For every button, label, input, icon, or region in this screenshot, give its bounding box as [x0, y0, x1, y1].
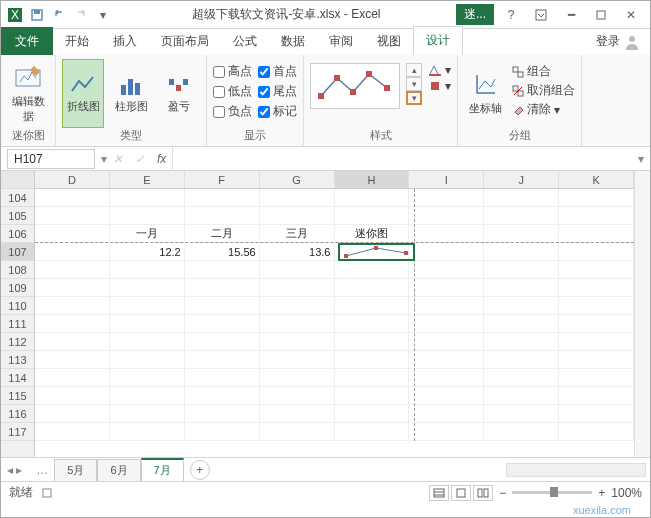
svg-rect-8: [121, 85, 126, 95]
row-header[interactable]: 115: [1, 387, 34, 405]
last-point-check[interactable]: 尾点: [258, 83, 297, 100]
macro-record-icon[interactable]: [41, 487, 53, 499]
row-header[interactable]: 117: [1, 423, 34, 441]
style-down-icon[interactable]: ▾: [406, 77, 422, 91]
sheet-tab-bar: ◂ ▸ … 5月 6月 7月 +: [1, 457, 650, 481]
excel-icon[interactable]: X: [5, 5, 25, 25]
tab-formula[interactable]: 公式: [221, 27, 269, 55]
cancel-icon[interactable]: ✕: [107, 152, 129, 166]
marker-check[interactable]: 标记: [258, 103, 297, 120]
tab-data[interactable]: 数据: [269, 27, 317, 55]
group-button[interactable]: 组合: [512, 63, 575, 80]
cells-area[interactable]: 一月二月三月迷你图 12.215.5613.6: [35, 189, 634, 441]
row-header[interactable]: 110: [1, 297, 34, 315]
marker-color-button[interactable]: ▾: [428, 79, 451, 93]
col-header[interactable]: I: [409, 171, 484, 188]
svg-rect-26: [344, 254, 348, 258]
row-header[interactable]: 106: [1, 225, 34, 243]
column-chart-icon: [117, 73, 145, 97]
sheet-tab[interactable]: 6月: [97, 459, 140, 481]
sheet-tab[interactable]: 5月: [54, 459, 97, 481]
row-header[interactable]: 114: [1, 369, 34, 387]
sheet-nav[interactable]: ◂ ▸: [7, 463, 30, 477]
help-icon[interactable]: ?: [498, 5, 524, 25]
zoom-slider[interactable]: [512, 491, 592, 494]
login-button[interactable]: 登录: [586, 28, 650, 55]
zoom-in-icon[interactable]: +: [598, 486, 605, 500]
redo-icon[interactable]: [71, 5, 91, 25]
qat-dropdown-icon[interactable]: ▾: [93, 5, 113, 25]
maximize-icon[interactable]: [588, 5, 614, 25]
sheet-more-icon[interactable]: …: [30, 463, 54, 477]
cell[interactable]: 一月: [110, 225, 185, 242]
tab-file[interactable]: 文件: [1, 27, 53, 55]
tab-layout[interactable]: 页面布局: [149, 27, 221, 55]
col-header[interactable]: E: [110, 171, 185, 188]
col-header[interactable]: J: [484, 171, 559, 188]
column-type-button[interactable]: 柱形图: [110, 59, 152, 128]
sheet-tab[interactable]: 7月: [141, 458, 184, 481]
expand-formula-icon[interactable]: ▾: [632, 152, 650, 166]
tab-review[interactable]: 审阅: [317, 27, 365, 55]
page-break-view-icon[interactable]: [473, 485, 493, 501]
cell[interactable]: 二月: [185, 225, 260, 242]
low-point-check[interactable]: 低点: [213, 83, 252, 100]
winloss-type-button[interactable]: 盈亏: [158, 59, 200, 128]
vertical-scrollbar[interactable]: [634, 171, 650, 457]
add-sheet-button[interactable]: +: [190, 460, 210, 480]
sparkline-color-button[interactable]: ▾: [428, 63, 451, 77]
enter-icon[interactable]: ✓: [129, 152, 151, 166]
axis-icon: [471, 71, 499, 99]
axis-button[interactable]: 坐标轴: [464, 59, 506, 128]
first-point-check[interactable]: 首点: [258, 63, 297, 80]
fx-icon[interactable]: fx: [151, 152, 172, 166]
cell[interactable]: 15.56: [185, 243, 260, 260]
cell[interactable]: 迷你图: [335, 225, 410, 242]
name-box[interactable]: H107: [7, 149, 95, 169]
tab-design[interactable]: 设计: [413, 26, 463, 55]
style-more-icon[interactable]: ▾: [406, 91, 422, 105]
high-point-check[interactable]: 高点: [213, 63, 252, 80]
col-header[interactable]: G: [260, 171, 335, 188]
save-icon[interactable]: [27, 5, 47, 25]
row-header[interactable]: 104: [1, 189, 34, 207]
col-header[interactable]: K: [559, 171, 634, 188]
horizontal-scrollbar[interactable]: [506, 463, 646, 477]
undo-icon[interactable]: [49, 5, 69, 25]
cell[interactable]: 12.2: [110, 243, 185, 260]
clear-button[interactable]: 清除▾: [512, 101, 575, 118]
tab-view[interactable]: 视图: [365, 27, 413, 55]
col-header[interactable]: D: [35, 171, 110, 188]
row-header[interactable]: 108: [1, 261, 34, 279]
ribbon-options-icon[interactable]: [528, 5, 554, 25]
ungroup-icon: [512, 85, 524, 97]
ungroup-button[interactable]: 取消组合: [512, 82, 575, 99]
row-header[interactable]: 109: [1, 279, 34, 297]
neg-point-check[interactable]: 负点: [213, 103, 252, 120]
tab-insert[interactable]: 插入: [101, 27, 149, 55]
row-header[interactable]: 105: [1, 207, 34, 225]
edit-data-button[interactable]: 编辑数据: [7, 59, 49, 128]
row-header[interactable]: 113: [1, 351, 34, 369]
zoom-level[interactable]: 100%: [611, 486, 642, 500]
select-all[interactable]: [1, 171, 34, 189]
minimize-icon[interactable]: ━: [558, 5, 584, 25]
normal-view-icon[interactable]: [429, 485, 449, 501]
row-header[interactable]: 111: [1, 315, 34, 333]
col-header[interactable]: H: [335, 171, 410, 188]
close-icon[interactable]: ✕: [618, 5, 644, 25]
svg-rect-35: [484, 489, 488, 497]
style-up-icon[interactable]: ▴: [406, 63, 422, 77]
zoom-out-icon[interactable]: −: [499, 486, 506, 500]
col-header[interactable]: F: [185, 171, 260, 188]
formula-bar[interactable]: [172, 147, 632, 170]
style-preview[interactable]: [310, 63, 400, 109]
row-header[interactable]: 116: [1, 405, 34, 423]
row-header[interactable]: 112: [1, 333, 34, 351]
tab-start[interactable]: 开始: [53, 27, 101, 55]
cell[interactable]: 13.6: [260, 243, 335, 260]
page-layout-view-icon[interactable]: [451, 485, 471, 501]
line-type-button[interactable]: 折线图: [62, 59, 104, 128]
row-header[interactable]: 107: [1, 243, 34, 261]
cell[interactable]: 三月: [260, 225, 335, 242]
